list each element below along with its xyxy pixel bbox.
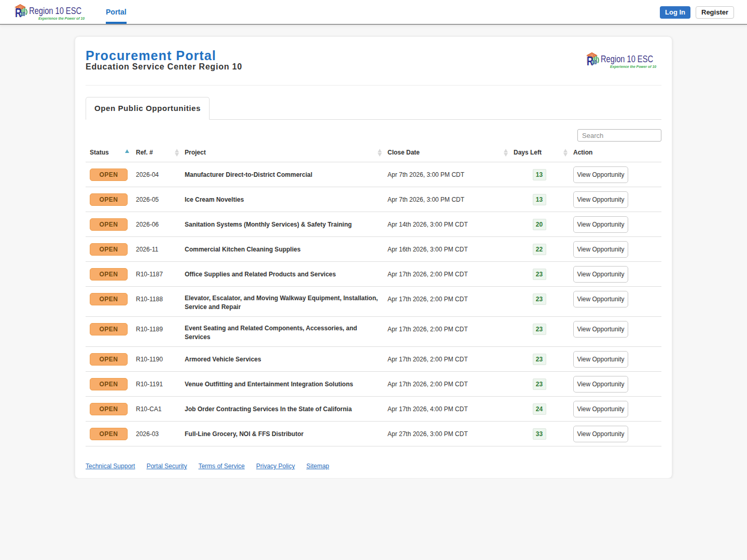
svg-text:Experience the Power of 10: Experience the Power of 10 xyxy=(610,64,657,69)
svg-text:10: 10 xyxy=(21,11,25,17)
svg-text:Region 10 ESC: Region 10 ESC xyxy=(29,5,81,16)
svg-text:Region 10 ESC: Region 10 ESC xyxy=(601,53,653,64)
svg-text:10: 10 xyxy=(592,59,597,65)
svg-text:Experience the Power of 10: Experience the Power of 10 xyxy=(38,16,85,21)
